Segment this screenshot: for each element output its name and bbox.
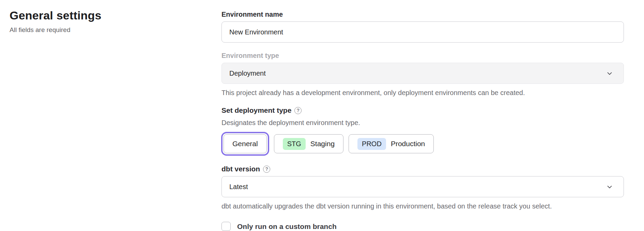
production-badge: PROD <box>357 138 386 150</box>
deployment-type-staging-label: Staging <box>310 140 335 148</box>
environment-type-value: Deployment <box>229 70 266 77</box>
dbt-version-select[interactable]: Latest <box>221 176 624 197</box>
environment-name-label: Environment name <box>221 10 624 18</box>
deployment-type-general-button[interactable]: General <box>224 134 267 153</box>
deployment-type-production-button[interactable]: PROD Production <box>349 134 434 153</box>
environment-type-select: Deployment <box>221 63 624 84</box>
dbt-version-label: dbt version <box>221 165 260 173</box>
deployment-type-general-label: General <box>232 140 258 148</box>
deployment-type-options: General STG Staging PROD Production <box>221 134 624 153</box>
deployment-type-production-label: Production <box>391 140 425 148</box>
environment-form: Environment name Environment type Deploy… <box>221 0 624 231</box>
chevron-down-icon <box>606 183 613 190</box>
dbt-version-helper: dbt automatically upgrades the dbt versi… <box>221 202 624 210</box>
environment-type-helper: This project already has a development e… <box>221 89 624 97</box>
custom-branch-checkbox[interactable] <box>221 222 231 231</box>
help-icon[interactable]: ? <box>294 107 302 114</box>
settings-header: General settings All fields are required <box>0 0 221 231</box>
page-subtitle: All fields are required <box>10 26 221 34</box>
chevron-down-icon <box>606 70 613 77</box>
deployment-type-header: Set deployment type ? <box>221 106 624 114</box>
environment-name-input[interactable] <box>221 21 624 43</box>
help-icon[interactable]: ? <box>263 166 270 173</box>
deployment-type-helper: Designates the deployment environment ty… <box>221 119 624 127</box>
deployment-type-staging-button[interactable]: STG Staging <box>274 134 343 153</box>
custom-branch-label: Only run on a custom branch <box>237 222 337 231</box>
staging-badge: STG <box>283 138 306 150</box>
dbt-version-value: Latest <box>229 183 248 191</box>
deployment-type-label: Set deployment type <box>221 106 291 114</box>
custom-branch-row: Only run on a custom branch <box>221 222 624 231</box>
page-title: General settings <box>10 9 221 22</box>
dbt-version-header: dbt version ? <box>221 165 624 173</box>
environment-type-label: Environment type <box>221 51 624 60</box>
